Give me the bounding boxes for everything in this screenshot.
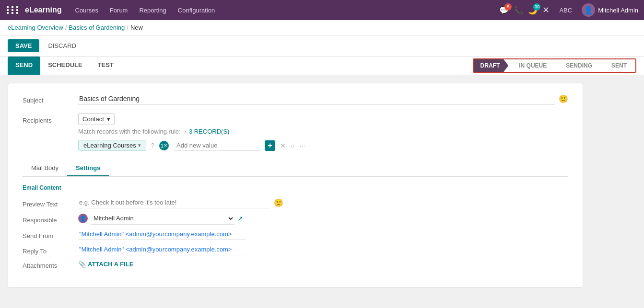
form-tabs: Mail Body Settings (23, 160, 568, 177)
abc-label[interactable]: ABC (554, 4, 577, 17)
moon-icon[interactable]: 🌙 30 (528, 6, 538, 15)
breadcrumb-sep-2: / (127, 24, 129, 31)
send-from-value[interactable]: "Mitchell Admin" <admin@yourcompany.exam… (78, 228, 246, 240)
send-button[interactable]: SEND (8, 57, 40, 75)
nav-menu: Courses Forum Reporting Configuration (70, 4, 491, 17)
filter-dropdown-icon[interactable]: ▾ (138, 142, 141, 148)
status-sending[interactable]: SENDING (555, 59, 601, 72)
notification-badge: 5 (504, 3, 512, 11)
match-rule-text: Match records with the following rule: (78, 128, 181, 135)
responsible-field: 👤 Mitchell Admin ↗ (78, 212, 243, 225)
more-filter-button[interactable]: ··· (300, 142, 305, 149)
discard-button[interactable]: DISCARD (43, 39, 81, 52)
add-filter-button[interactable]: + (265, 140, 275, 151)
preview-text-row: Preview Text 🙂 (23, 197, 568, 208)
filter-question-icon[interactable]: ? (151, 142, 154, 149)
recipient-select[interactable]: Contact ▾ (78, 113, 115, 125)
close-icon[interactable]: ✕ (542, 5, 550, 15)
main-content: Subject 🙂 Recipients Contact ▾ Match rec… (0, 75, 644, 296)
responsible-label: Responsible (23, 214, 70, 224)
filter-tag: eLearning Courses ▾ (78, 140, 146, 151)
attachments-label: Attachments (23, 259, 70, 269)
preview-emoji-icon[interactable]: 🙂 (274, 198, 283, 207)
breadcrumb-sep-1: / (65, 24, 67, 31)
subject-label: Subject (23, 94, 70, 104)
responsible-avatar: 👤 (78, 214, 88, 223)
reply-to-value[interactable]: "Mitchell Admin" <admin@yourcompany.exam… (78, 244, 246, 255)
recipient-value: Contact (82, 115, 104, 123)
nav-right: 💬 5 📞 🌙 30 ✕ ABC 👤 Mitchell Admin (499, 3, 638, 17)
status-sent[interactable]: SENT (601, 59, 635, 72)
moon-badge: 30 (533, 3, 540, 11)
emoji-icon[interactable]: 🙂 (559, 94, 568, 103)
toolbar: SEND SCHEDULE TEST DRAFT IN QUEUE SENDIN… (0, 57, 644, 75)
breadcrumb-link-course[interactable]: Basics of Gardening (69, 24, 125, 31)
app-logo[interactable]: eLearning (6, 5, 61, 15)
attach-file-link[interactable]: 📎 ATTACH A FILE (78, 261, 133, 268)
paperclip-icon: 📎 (78, 261, 86, 268)
recipients-label: Recipients (23, 114, 70, 124)
status-inqueue[interactable]: IN QUEUE (508, 59, 555, 72)
nav-item-reporting[interactable]: Reporting (134, 4, 171, 17)
breadcrumb-current: New (130, 24, 143, 31)
breadcrumb-link-overview[interactable]: eLearning Overview (8, 24, 63, 31)
email-content-section: Email Content Preview Text 🙂 Responsible… (23, 184, 568, 269)
preview-text-input[interactable] (78, 197, 270, 208)
responsible-select[interactable]: Mitchell Admin (91, 212, 234, 225)
nav-item-courses[interactable]: Courses (70, 4, 103, 17)
phone-icon[interactable]: 📞 (514, 6, 523, 15)
app-name: eLearning (25, 6, 61, 14)
reply-to-label: Reply To (23, 245, 70, 255)
filter-tag-label: eLearning Courses (83, 142, 136, 149)
responsible-row: Responsible 👤 Mitchell Admin ↗ (23, 212, 568, 225)
subject-field: 🙂 (78, 93, 568, 105)
user-menu[interactable]: 👤 Mitchell Admin (582, 3, 638, 17)
tab-mail-body[interactable]: Mail Body (23, 160, 67, 176)
send-from-label: Send From (23, 229, 70, 240)
refresh-filter-button[interactable]: ○ (291, 142, 294, 149)
filter-row: eLearning Courses ▾ ? 1 ✕ + ✕ ○ ··· (78, 140, 568, 151)
test-button[interactable]: TEST (90, 57, 121, 75)
nav-item-forum[interactable]: Forum (105, 4, 133, 17)
status-pipeline: DRAFT IN QUEUE SENDING SENT (473, 58, 636, 73)
tab-settings[interactable]: Settings (67, 160, 109, 176)
attach-file-label: ATTACH A FILE (88, 261, 133, 268)
external-link-icon[interactable]: ↗ (237, 215, 243, 222)
recipients-row: Recipients Contact ▾ Match records with … (23, 113, 568, 135)
subject-input[interactable] (78, 93, 555, 105)
topnav: eLearning Courses Forum Reporting Config… (0, 0, 644, 20)
match-records-row: Match records with the following rule: →… (78, 128, 229, 135)
attachments-row: Attachments 📎 ATTACH A FILE (23, 259, 568, 269)
nav-item-configuration[interactable]: Configuration (173, 4, 220, 17)
subject-row: Subject 🙂 (23, 93, 568, 105)
form-card: Subject 🙂 Recipients Contact ▾ Match rec… (8, 83, 583, 288)
records-count: 3 RECORD(S) (189, 128, 230, 135)
avatar: 👤 (582, 3, 595, 17)
notification-icon[interactable]: 💬 5 (499, 6, 509, 15)
reply-to-row: Reply To "Mitchell Admin" <admin@yourcom… (23, 244, 568, 255)
send-from-row: Send From "Mitchell Admin" <admin@yourco… (23, 228, 568, 240)
preview-text-label: Preview Text (23, 198, 70, 208)
breadcrumb: eLearning Overview / Basics of Gardening… (0, 20, 644, 35)
records-link[interactable]: → 3 RECORD(S) (181, 128, 230, 135)
schedule-button[interactable]: SCHEDULE (40, 57, 90, 75)
arrow-icon: → (181, 128, 187, 135)
chevron-down-icon: ▾ (107, 115, 110, 123)
save-button[interactable]: SAVE (8, 39, 39, 52)
user-name: Mitchell Admin (598, 7, 638, 14)
status-draft[interactable]: DRAFT (474, 59, 509, 72)
filter-badge[interactable]: 1 ✕ (159, 141, 169, 150)
action-bar: SAVE DISCARD (0, 35, 644, 57)
remove-filter-button[interactable]: ✕ (280, 142, 286, 149)
section-title: Email Content (23, 184, 568, 191)
add-value-input[interactable] (174, 140, 260, 151)
grid-icon (6, 5, 21, 15)
